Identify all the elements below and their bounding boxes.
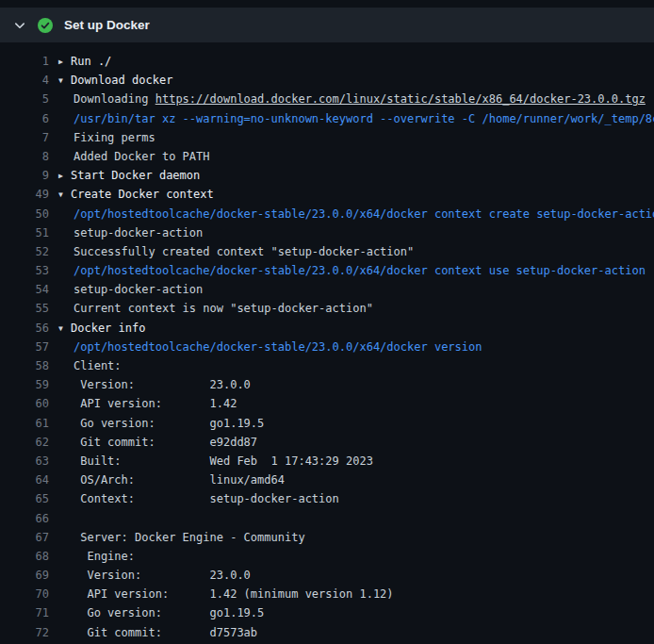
log-text: Current context is now "setup-docker-act… (58, 299, 373, 318)
log-line: 8Added Docker to PATH (0, 147, 654, 166)
log-line: 7Fixing perms (0, 128, 654, 147)
line-number[interactable]: 50 (0, 205, 49, 223)
log-line: 57/opt/hostedtoolcache/docker-stable/23.… (0, 338, 654, 356)
line-number[interactable]: 49 (0, 185, 49, 204)
command-text: /opt/hostedtoolcache/docker-stable/23.0.… (58, 205, 654, 223)
log-line: 70 API version: 1.42 (minimum version 1.… (0, 585, 654, 603)
line-number[interactable]: 1 (0, 52, 49, 71)
log-group-collapsed[interactable]: ▶Start Docker daemon (58, 166, 200, 185)
step-header[interactable]: Set up Docker (0, 8, 654, 42)
line-number[interactable]: 63 (0, 452, 49, 471)
line-number[interactable]: 56 (0, 319, 49, 338)
line-number[interactable]: 72 (0, 623, 49, 642)
log-line: 53/opt/hostedtoolcache/docker-stable/23.… (0, 261, 654, 280)
log-line: 68 Engine: (0, 547, 654, 566)
line-number[interactable]: 68 (0, 547, 49, 566)
log-text (58, 509, 74, 528)
chevron-down-icon[interactable]: ▼ (58, 186, 71, 204)
log-group-expanded[interactable]: ▼Create Docker context (58, 185, 214, 204)
line-number[interactable]: 61 (0, 414, 49, 433)
line-number[interactable]: 51 (0, 223, 49, 242)
log-line: 58Client: (0, 356, 654, 375)
line-number[interactable]: 55 (0, 299, 49, 318)
log-text: OS/Arch: linux/amd64 (58, 471, 285, 489)
log-group-expanded[interactable]: ▼Download docker (58, 71, 172, 90)
log-text: API version: 1.42 (58, 394, 237, 413)
log-line: 51setup-docker-action (0, 223, 654, 242)
check-circle-icon (38, 18, 53, 33)
step-title: Set up Docker (64, 18, 150, 32)
log-line: 60 API version: 1.42 (0, 394, 654, 413)
line-number[interactable]: 9 (0, 166, 49, 185)
line-number[interactable]: 62 (0, 433, 49, 452)
log-line: 62 Git commit: e92dd87 (0, 433, 654, 452)
line-number[interactable]: 57 (0, 338, 49, 356)
chevron-right-icon[interactable]: ▶ (58, 53, 71, 71)
line-number[interactable]: 69 (0, 566, 49, 585)
chevron-down-icon[interactable]: ▼ (58, 320, 71, 338)
line-number[interactable]: 70 (0, 585, 49, 603)
log-text: Successfully created context "setup-dock… (58, 242, 414, 261)
line-number[interactable]: 5 (0, 90, 49, 108)
log-line: 6/usr/bin/tar xz --warning=no-unknown-ke… (0, 109, 654, 128)
log-text: Fixing perms (58, 128, 155, 147)
log-lines: 1▶Run ./4▼Download docker5Downloading ht… (0, 52, 654, 642)
log-line: 49▼Create Docker context (0, 185, 654, 204)
log-link[interactable]: https://download.docker.com/linux/static… (155, 92, 646, 106)
log-panel: 1▶Run ./4▼Download docker5Downloading ht… (0, 42, 654, 644)
chevron-down-icon[interactable]: ▼ (58, 72, 71, 90)
line-number[interactable]: 58 (0, 356, 49, 375)
log-line: 71 Go version: go1.19.5 (0, 603, 654, 622)
log-text: Downloading https://download.docker.com/… (58, 90, 646, 108)
line-number[interactable]: 4 (0, 71, 49, 90)
line-number[interactable]: 60 (0, 394, 49, 413)
log-text: Version: 23.0.0 (58, 566, 251, 585)
line-number[interactable]: 64 (0, 471, 49, 489)
actions-log-page: Set up Docker 1▶Run ./4▼Download docker5… (0, 0, 654, 644)
log-line: 67 Server: Docker Engine - Community (0, 528, 654, 547)
log-line: 9▶Start Docker daemon (0, 166, 654, 185)
group-title: Start Docker daemon (71, 169, 200, 182)
line-number[interactable]: 71 (0, 603, 49, 622)
log-text: Context: setup-docker-action (58, 489, 339, 508)
group-title: Docker info (71, 322, 145, 335)
log-text: Server: Docker Engine - Community (58, 528, 305, 547)
log-line: 61 Go version: go1.19.5 (0, 414, 654, 433)
command-text: /opt/hostedtoolcache/docker-stable/23.0.… (58, 261, 646, 280)
chevron-right-icon[interactable]: ▶ (58, 167, 71, 185)
log-text: Built: Wed Feb 1 17:43:29 2023 (58, 452, 373, 471)
log-line: 65 Context: setup-docker-action (0, 489, 654, 508)
log-line: 50/opt/hostedtoolcache/docker-stable/23.… (0, 205, 654, 223)
log-text: Go version: go1.19.5 (58, 603, 264, 622)
log-text: Client: (58, 356, 122, 375)
line-number[interactable]: 66 (0, 509, 49, 528)
chevron-down-icon[interactable] (13, 19, 26, 32)
line-number[interactable]: 67 (0, 528, 49, 547)
log-line: 56▼Docker info (0, 319, 654, 338)
line-number[interactable]: 59 (0, 375, 49, 394)
log-line: 64 OS/Arch: linux/amd64 (0, 471, 654, 489)
log-group-collapsed[interactable]: ▶Run ./ (58, 52, 111, 71)
log-line: 59 Version: 23.0.0 (0, 375, 654, 394)
line-number[interactable]: 8 (0, 147, 49, 166)
group-title: Run ./ (71, 55, 111, 68)
log-text: API version: 1.42 (minimum version 1.12) (58, 585, 394, 603)
line-number[interactable]: 52 (0, 242, 49, 261)
line-number[interactable]: 6 (0, 109, 49, 128)
log-group-expanded[interactable]: ▼Docker info (58, 319, 145, 338)
log-line: 66 (0, 509, 654, 528)
command-text: /usr/bin/tar xz --warning=no-unknown-key… (58, 109, 654, 128)
log-text: setup-docker-action (58, 280, 203, 299)
log-line: 55Current context is now "setup-docker-a… (0, 299, 654, 318)
log-line: 63 Built: Wed Feb 1 17:43:29 2023 (0, 452, 654, 471)
log-text: Go version: go1.19.5 (58, 414, 264, 433)
line-number[interactable]: 65 (0, 489, 49, 508)
line-number[interactable]: 54 (0, 280, 49, 299)
line-number[interactable]: 7 (0, 128, 49, 147)
log-text: Engine: (58, 547, 135, 566)
log-line: 1▶Run ./ (0, 52, 654, 71)
log-line: 4▼Download docker (0, 71, 654, 90)
log-text: setup-docker-action (58, 223, 203, 242)
line-number[interactable]: 53 (0, 261, 49, 280)
log-text: Git commit: e92dd87 (58, 433, 257, 452)
